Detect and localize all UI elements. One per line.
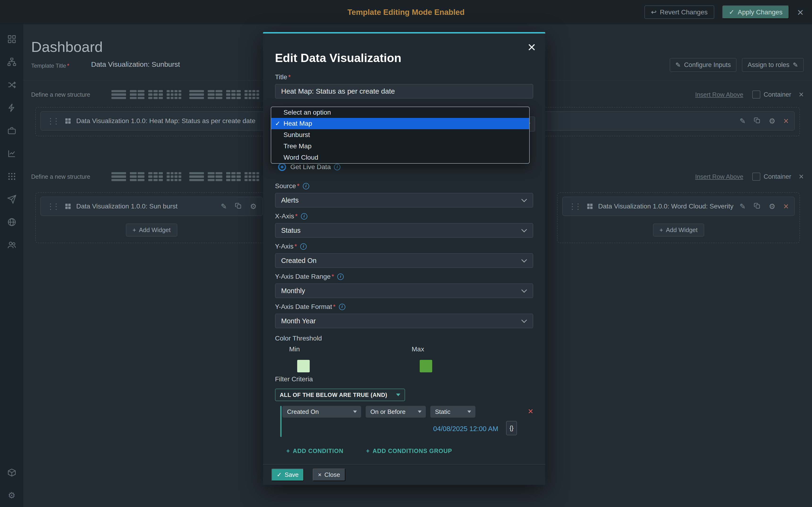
shuffle-icon[interactable] xyxy=(7,80,17,90)
close-icon[interactable]: × xyxy=(783,203,789,210)
required-mark: * xyxy=(67,62,69,69)
container-checkbox[interactable] xyxy=(752,91,760,99)
dropdown-option-sunburst[interactable]: Sunburst xyxy=(271,129,529,140)
row-layout-icon[interactable] xyxy=(226,90,241,99)
row-layout-icon[interactable] xyxy=(226,172,241,181)
copy-icon[interactable] xyxy=(754,117,761,125)
row-layout-icon[interactable] xyxy=(167,90,181,99)
get-live-data-radio[interactable] xyxy=(278,163,286,171)
widget-row-sunburst[interactable]: ⋮⋮ Data Visualization 1.0.0: Sun burst ✎… xyxy=(40,197,263,216)
add-widget-button[interactable]: + Add Widget xyxy=(653,224,704,236)
row-layout-icon[interactable] xyxy=(167,172,181,181)
y-axis-date-range-field: Y-Axis Date Range* i Monthly xyxy=(275,273,533,298)
dropdown-option-heat-map[interactable]: ✓ Heat Map xyxy=(271,118,529,129)
close-icon[interactable]: × xyxy=(799,173,804,180)
close-icon[interactable]: × xyxy=(799,91,804,98)
row-layout-icon[interactable] xyxy=(111,172,126,181)
row-layout-icon[interactable] xyxy=(189,90,204,99)
required-mark: * xyxy=(332,273,334,280)
row-layout-icon[interactable] xyxy=(189,172,204,181)
row-layout-icon[interactable] xyxy=(208,172,222,181)
info-icon[interactable]: i xyxy=(300,243,307,250)
briefcase-icon[interactable] xyxy=(7,126,17,135)
copy-icon[interactable] xyxy=(235,202,242,210)
y-axis-date-format-select[interactable]: Month Year xyxy=(275,314,533,328)
row-layout-icon[interactable] xyxy=(148,90,163,99)
gear-icon[interactable]: ⚙ xyxy=(769,203,775,210)
info-icon[interactable]: i xyxy=(339,304,345,310)
chevron-down-icon xyxy=(467,410,471,413)
dashboard-icon[interactable] xyxy=(7,34,17,44)
add-conditions-group-link[interactable]: + ADD CONDITIONS GROUP xyxy=(366,448,452,454)
drag-handle-icon[interactable]: ⋮⋮ xyxy=(47,116,60,126)
row-layout-icon[interactable] xyxy=(245,172,259,181)
get-live-data-row: Get Live Data i xyxy=(275,162,533,172)
y-axis-select[interactable]: Created On xyxy=(275,253,533,268)
x-axis-select[interactable]: Status xyxy=(275,223,533,238)
info-icon[interactable]: i xyxy=(301,213,307,220)
row-layout-icon[interactable] xyxy=(111,90,126,99)
dropdown-option-placeholder[interactable]: Select an option xyxy=(271,107,529,118)
close-icon[interactable]: × xyxy=(783,117,789,125)
source-label: Source* i xyxy=(275,182,533,190)
source-select[interactable]: Alerts xyxy=(275,193,533,208)
configure-inputs-button[interactable]: ✎ Configure Inputs xyxy=(670,58,737,72)
edit-icon[interactable]: ✎ xyxy=(740,117,746,125)
globe-icon[interactable] xyxy=(7,217,17,227)
min-color-column: Min xyxy=(275,345,398,372)
assign-to-roles-button[interactable]: Assign to roles ✎ xyxy=(742,58,804,72)
add-condition-link[interactable]: + ADD CONDITION xyxy=(286,448,344,454)
row-layout-icon[interactable] xyxy=(208,90,222,99)
chart-icon[interactable] xyxy=(7,149,17,159)
drag-handle-icon[interactable]: ⋮⋮ xyxy=(568,202,581,211)
max-color-swatch[interactable] xyxy=(420,360,432,372)
widget-row-wordcloud[interactable]: ⋮⋮ Data Visualization 1.0.0: Word Cloud:… xyxy=(562,197,795,216)
gear-icon[interactable]: ⚙ xyxy=(7,491,17,500)
row-layout-icon[interactable] xyxy=(245,90,259,99)
condition-field-select[interactable]: Created On xyxy=(282,406,361,417)
modal-accent-line xyxy=(263,32,545,34)
edit-icon[interactable]: ✎ xyxy=(740,203,746,210)
condition-date-value[interactable]: 04/08/2025 12:00 AM xyxy=(393,425,498,432)
modal-footer: ✓ Save × Close xyxy=(263,464,545,485)
gear-icon[interactable]: ⚙ xyxy=(769,117,775,125)
users-icon[interactable] xyxy=(7,240,17,250)
bolt-icon[interactable] xyxy=(7,103,17,113)
close-icon[interactable]: × xyxy=(527,42,536,53)
chevron-down-icon xyxy=(521,227,527,232)
save-button[interactable]: ✓ Save xyxy=(271,468,304,481)
close-icon[interactable]: × xyxy=(797,7,804,18)
apps-icon[interactable] xyxy=(7,171,17,181)
expression-braces-button[interactable]: {} xyxy=(506,421,517,435)
close-button[interactable]: × Close xyxy=(313,468,345,481)
min-color-swatch[interactable] xyxy=(297,360,310,372)
edit-icon[interactable]: ✎ xyxy=(221,203,227,210)
y-axis-date-format-field: Y-Axis Date Format* i Month Year xyxy=(275,303,533,328)
y-axis-date-range-select[interactable]: Monthly xyxy=(275,283,533,298)
gear-icon[interactable]: ⚙ xyxy=(250,203,257,210)
package-icon[interactable] xyxy=(7,468,17,477)
insert-row-above-link[interactable]: Insert Row Above xyxy=(695,173,743,180)
dropdown-option-word-cloud[interactable]: Word Cloud xyxy=(271,152,529,163)
send-icon[interactable] xyxy=(7,194,17,204)
title-input[interactable] xyxy=(275,84,533,99)
info-icon[interactable]: i xyxy=(334,164,340,170)
row-layout-icon[interactable] xyxy=(130,172,145,181)
info-icon[interactable]: i xyxy=(337,274,344,280)
row-layout-icon[interactable] xyxy=(130,90,145,99)
remove-condition-icon[interactable]: × xyxy=(528,407,533,415)
condition-operator-select[interactable]: On or Before xyxy=(366,406,426,417)
insert-row-above-link[interactable]: Insert Row Above xyxy=(695,91,743,98)
revert-changes-button[interactable]: ↩ Revert Changes xyxy=(645,5,714,19)
info-icon[interactable]: i xyxy=(303,183,309,189)
row-layout-icon[interactable] xyxy=(148,172,163,181)
drag-handle-icon[interactable]: ⋮⋮ xyxy=(47,202,60,211)
filter-group-operator-select[interactable]: ALL OF THE BELOW ARE TRUE (AND) xyxy=(275,389,405,401)
apply-changes-button[interactable]: ✓ Apply Changes xyxy=(722,5,789,19)
add-widget-button[interactable]: + Add Widget xyxy=(126,224,177,236)
dropdown-option-tree-map[interactable]: Tree Map xyxy=(271,140,529,152)
copy-icon[interactable] xyxy=(754,202,761,210)
condition-value-type-select[interactable]: Static xyxy=(430,406,475,417)
hierarchy-icon[interactable] xyxy=(7,57,17,67)
container-checkbox[interactable] xyxy=(752,173,760,181)
